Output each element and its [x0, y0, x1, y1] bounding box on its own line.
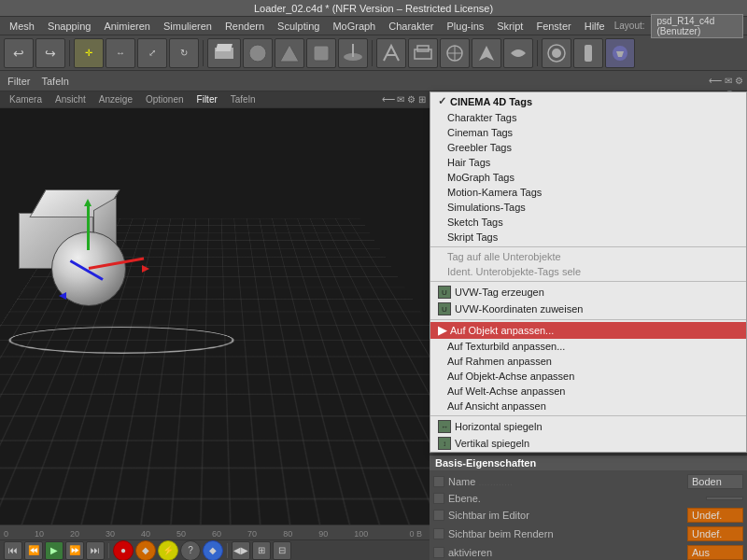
obj-btn-4[interactable] — [306, 38, 336, 68]
tags-item-simulations[interactable]: Simulations-Tags — [430, 200, 746, 215]
props-value-aktivieren[interactable]: Aus — [687, 545, 743, 560]
props-checkbox-aktivieren[interactable] — [433, 547, 444, 558]
step-back-btn[interactable]: ⏪ — [24, 541, 43, 560]
tags-dropdown: ✓ CINEMA 4D Tags Charakter Tags Cineman … — [430, 91, 747, 453]
tags-item-auf-welt-achse[interactable]: Auf Welt-Achse anpassen — [430, 384, 746, 399]
tags-item-sketch[interactable]: Sketch Tags — [430, 215, 746, 230]
filter-tab[interactable]: Filter — [4, 75, 34, 88]
tags-item-vertikal[interactable]: ↕ Vertikal spiegeln — [430, 435, 746, 452]
tags-item-motion-kamera[interactable]: Motion-Kamera Tags — [430, 185, 746, 200]
tool-btn-3[interactable] — [440, 38, 470, 68]
scale-btn[interactable]: ⤢ — [137, 38, 167, 68]
move-btn[interactable]: ↔ — [106, 38, 135, 68]
tags-item-auf-texturbild[interactable]: Auf Texturbild anpassen... — [430, 339, 746, 354]
obj-btn-1[interactable] — [207, 38, 241, 68]
menu-rendern[interactable]: Rendern — [219, 20, 270, 33]
tool-btn-7[interactable] — [573, 38, 603, 68]
props-checkbox-ebene[interactable] — [433, 493, 444, 504]
step-fwd-btn[interactable]: ⏩ — [65, 541, 84, 560]
tags-item-skript[interactable]: Skript Tags — [430, 230, 746, 245]
keyframe-btn[interactable]: ◆ — [135, 540, 156, 561]
props-label-ebene: Ebene. — [448, 493, 702, 504]
menu-skript[interactable]: Skript — [491, 20, 529, 33]
tool-btn-8[interactable] — [605, 38, 635, 68]
tags-item-horizontal[interactable]: ↔ Horizontal spiegeln — [430, 418, 746, 435]
tool-btn-6[interactable] — [542, 38, 571, 68]
tags-item-uvw-koordinaten[interactable]: U UVW-Koordinaten zuweisen — [430, 301, 746, 317]
obj-btn-5[interactable] — [338, 38, 368, 68]
tags-item-cineman[interactable]: Cineman Tags — [430, 125, 746, 140]
rotate-btn[interactable]: ↻ — [169, 38, 199, 68]
vp-tab-filter[interactable]: Filter — [191, 93, 223, 105]
rec-btn[interactable]: ● — [113, 540, 134, 561]
tool-btn-2[interactable] — [408, 38, 438, 68]
vertikal-label: Vertikal spiegeln — [455, 438, 529, 449]
tl-btn-extra-1[interactable]: ◀▶ — [232, 541, 250, 560]
tool-btn-5[interactable] — [503, 38, 533, 68]
tags-item-uvw-erzeugen[interactable]: U UVW-Tag erzeugen — [430, 284, 746, 301]
uvw-koordinaten-label: UVW-Koordinaten zuweisen — [455, 303, 583, 315]
tl-btn-extra-3[interactable]: ⊟ — [273, 541, 291, 560]
key-btn-1[interactable]: ? — [180, 540, 201, 561]
tags-item-auf-objekt[interactable]: ▶ Auf Objekt anpassen... — [430, 322, 746, 339]
key-btn-2[interactable]: ◆ — [203, 540, 223, 561]
title-bar: Loader_02.c4d * (NFR Version – Restricte… — [0, 0, 747, 17]
layout-value[interactable]: psd_R14_c4d (Benutzer) — [651, 14, 743, 38]
menu-simulieren[interactable]: Simulieren — [158, 20, 218, 33]
props-section-header: Basis-Eigenschaften — [430, 455, 747, 470]
props-value-ebene[interactable] — [706, 497, 743, 500]
goto-end-btn[interactable]: ⏭ — [86, 541, 105, 560]
toolbar: ↩ ↪ ✛ ↔ ⤢ ↻ — [0, 35, 747, 71]
obj-btn-2[interactable] — [243, 38, 273, 68]
tags-item-charakter[interactable]: Charakter Tags — [430, 110, 746, 125]
tags-item-greebler[interactable]: Greebler Tags — [430, 140, 746, 155]
frame-display: 0 B — [409, 529, 422, 539]
menu-mograph[interactable]: MoGraph — [327, 20, 381, 33]
axis-y-arrow — [84, 199, 92, 206]
tool-btn-1[interactable] — [376, 38, 406, 68]
menu-sculpting[interactable]: Sculpting — [272, 20, 325, 33]
props-checkbox-sichtbar-editor[interactable] — [433, 510, 444, 521]
menu-hilfe[interactable]: Hilfe — [579, 20, 611, 33]
props-value-name[interactable]: Boden — [687, 474, 743, 489]
tags-item-auf-ansicht[interactable]: Auf Ansicht anpassen — [430, 399, 746, 413]
menu-charakter[interactable]: Charakter — [383, 20, 439, 33]
menu-plugins[interactable]: Plug-ins — [442, 20, 490, 33]
vp-tab-ansicht[interactable]: Ansicht — [49, 93, 92, 105]
props-checkbox-sichtbar-rendern[interactable] — [433, 528, 444, 539]
vp-tab-tafeln[interactable]: Tafeln — [225, 93, 261, 105]
tl-btn-extra-2[interactable]: ⊞ — [252, 541, 271, 560]
auto-key-btn[interactable]: ⚡ — [158, 540, 178, 561]
select-btn[interactable]: ✛ — [74, 38, 104, 68]
tags-section-cinema4d[interactable]: ✓ CINEMA 4D Tags — [430, 92, 746, 110]
play-btn[interactable]: ▶ — [45, 541, 63, 560]
playback-controls: ⏮ ⏪ ▶ ⏩ ⏭ ● ◆ ⚡ ? ◆ ◀▶ ⊞ ⊟ — [0, 539, 430, 560]
vp-tab-optionen[interactable]: Optionen — [140, 93, 190, 105]
tool-btn-4[interactable] — [472, 38, 501, 68]
tafeln-tab[interactable]: Tafeln — [37, 75, 72, 88]
tags-checkmark: ✓ — [438, 95, 446, 107]
menu-animieren[interactable]: Animieren — [98, 20, 156, 33]
vp-tab-anzeige[interactable]: Anzeige — [93, 93, 138, 105]
toolbar-sep-4 — [537, 40, 538, 66]
menu-mesh[interactable]: Mesh — [4, 20, 40, 33]
menu-fenster[interactable]: Fenster — [530, 20, 576, 33]
undo-btn[interactable]: ↩ — [4, 38, 34, 68]
axis-z-arrow — [59, 292, 66, 300]
goto-start-btn[interactable]: ⏮ — [4, 541, 22, 560]
props-value-sichtbar-editor[interactable]: Undef. — [687, 508, 743, 523]
props-value-sichtbar-rendern[interactable]: Undef. — [687, 526, 743, 541]
props-label-aktivieren: aktivieren — [448, 547, 684, 558]
menu-snapping[interactable]: Snapping — [42, 20, 97, 33]
vp-tab-kamera[interactable]: Kamera — [4, 93, 48, 105]
props-checkbox-name[interactable] — [433, 476, 444, 487]
tags-item-auf-objekt-achse[interactable]: Auf Objekt-Achse anpassen — [430, 369, 746, 384]
redo-btn[interactable]: ↪ — [35, 38, 65, 68]
svg-rect-9 — [417, 46, 429, 51]
tags-item-mograph[interactable]: MoGraph Tags — [430, 170, 746, 185]
obj-btn-3[interactable] — [275, 38, 304, 68]
toolbar-sep-3 — [372, 40, 373, 66]
viewport[interactable]: Kamera Ansicht Anzeige Optionen Filter T… — [0, 91, 430, 560]
tags-item-hair[interactable]: Hair Tags — [430, 155, 746, 170]
tags-item-auf-rahmen[interactable]: Auf Rahmen anpassen — [430, 354, 746, 369]
